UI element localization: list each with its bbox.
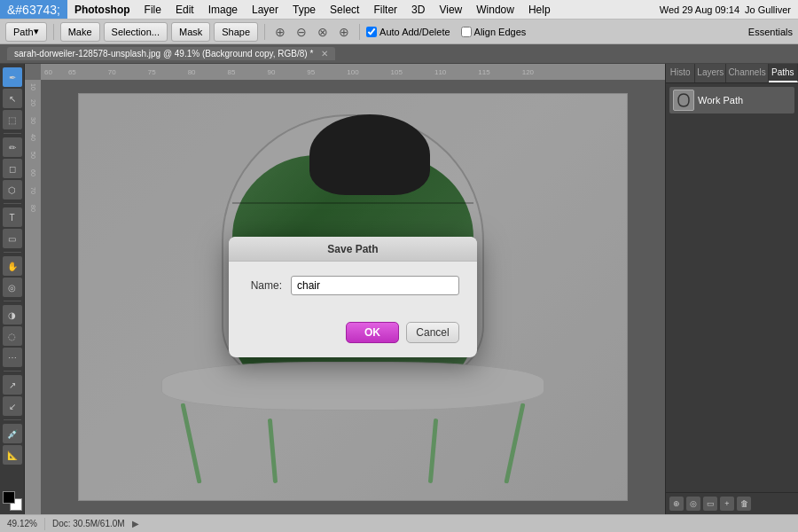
- toolbar-icon-1: ⊕: [271, 25, 289, 39]
- apple-menu[interactable]: &#63743;: [0, 0, 67, 19]
- toolbar-sep-3: [359, 24, 360, 40]
- type-menu[interactable]: Type: [286, 0, 323, 19]
- view-menu[interactable]: View: [432, 0, 469, 19]
- essentials-label[interactable]: Essentials: [748, 27, 793, 37]
- status-bar: 49.12% Doc: 30.5M/61.0M ▶: [0, 514, 798, 532]
- zoom-tool[interactable]: ◎: [3, 278, 22, 297]
- shape-button[interactable]: Shape: [214, 22, 258, 42]
- blur-tool[interactable]: ◌: [3, 326, 22, 346]
- tab-channels[interactable]: Channels: [726, 64, 768, 82]
- datetime: Wed 29 Aug 09:14: [660, 4, 739, 15]
- panel-icon-1[interactable]: ⊕: [669, 497, 684, 511]
- smudge-tool[interactable]: ⋯: [3, 348, 22, 367]
- canvas-area[interactable]: 60 65 70 75 80 85 90 95 100 105 110 115 …: [25, 64, 665, 514]
- tab-histogram[interactable]: Histo: [666, 64, 695, 82]
- dialog-buttons: OK Cancel: [229, 322, 477, 357]
- tab-close-icon[interactable]: ✕: [321, 49, 328, 59]
- shape-tool[interactable]: ▭: [3, 229, 22, 248]
- vertical-ruler: 10 20 30 40 50 60 70 80: [25, 80, 41, 514]
- name-input[interactable]: [291, 276, 459, 295]
- select-menu[interactable]: Select: [323, 0, 366, 19]
- panel-icon-5[interactable]: 🗑: [737, 497, 751, 511]
- make-button[interactable]: Make: [60, 22, 100, 42]
- work-path-item[interactable]: Work Path: [669, 87, 794, 113]
- pen-tool[interactable]: ✒: [3, 67, 22, 87]
- eraser-tool[interactable]: ◻: [3, 159, 22, 178]
- toolbar-icon-2: ⊖: [293, 25, 310, 39]
- type-tool[interactable]: T: [3, 207, 22, 227]
- filter-menu[interactable]: Filter: [366, 0, 404, 19]
- tab-layers[interactable]: Layers: [695, 64, 726, 82]
- canvas-content[interactable]: Save Path Name: OK Cancel: [78, 93, 628, 501]
- color-swatch-pair[interactable]: [3, 491, 22, 511]
- name-row: Name:: [246, 276, 459, 295]
- color-swatches: [0, 488, 26, 514]
- dialog-titlebar: Save Path: [229, 237, 477, 262]
- auto-add-delete-checkbox[interactable]: Auto Add/Delete: [366, 27, 450, 37]
- cancel-button[interactable]: Cancel: [406, 322, 459, 343]
- image-menu[interactable]: Image: [201, 0, 245, 19]
- tool-sep-2: [4, 203, 21, 204]
- zoom-level: 49.12%: [7, 519, 37, 528]
- status-sep-1: [44, 518, 45, 530]
- hand-tool[interactable]: ✋: [3, 256, 22, 276]
- dodge-tool[interactable]: ◑: [3, 305, 22, 325]
- document-tab[interactable]: sarah-dorweiler-128578-unsplash.jpg @ 49…: [7, 47, 335, 60]
- toolbar-sep-1: [53, 24, 54, 40]
- path-thumbnail: [673, 90, 694, 111]
- toolbar-icon-3: ⊗: [314, 25, 332, 39]
- right-panel: Histo Layers Channels Paths Work Path ⊕ …: [665, 64, 798, 514]
- direct-select-tool[interactable]: ↙: [3, 396, 22, 416]
- tool-sep-4: [4, 301, 21, 301]
- mask-button[interactable]: Mask: [171, 22, 210, 42]
- work-path-label: Work Path: [698, 95, 743, 106]
- selection-button[interactable]: Selection...: [104, 22, 168, 42]
- dialog-title: Save Path: [327, 243, 378, 255]
- panel-bottom-bar: ⊕ ◎ ▭ + 🗑: [666, 492, 798, 514]
- path-thumb-icon: [675, 91, 692, 109]
- dialog-body: Name:: [229, 262, 477, 322]
- selection-tool[interactable]: ↖: [3, 89, 22, 108]
- path-dropdown[interactable]: Path ▾: [5, 22, 47, 42]
- toolbox: ✒ ↖ ⬚ ✏ ◻ ⬡ T ▭ ✋ ◎ ◑ ◌ ⋯ ↗ ↙ 💉 📐: [0, 64, 25, 514]
- layer-menu[interactable]: Layer: [245, 0, 286, 19]
- edit-menu[interactable]: Edit: [168, 0, 201, 19]
- panel-icon-4[interactable]: +: [720, 497, 734, 511]
- username: Jo Gulliver: [745, 4, 791, 15]
- auto-add-delete-input[interactable]: [366, 27, 377, 37]
- app-name-menu[interactable]: Photoshop: [67, 0, 137, 19]
- tool-sep-6: [4, 419, 21, 420]
- doc-size: Doc: 30.5M/61.0M: [52, 519, 125, 528]
- toolbar: Path ▾ Make Selection... Mask Shape ⊕ ⊖ …: [0, 20, 798, 44]
- window-menu[interactable]: Window: [469, 0, 521, 19]
- panel-icon-3[interactable]: ▭: [703, 497, 717, 511]
- menu-bar: &#63743; Photoshop File Edit Image Layer…: [0, 0, 798, 20]
- file-menu[interactable]: File: [137, 0, 168, 19]
- save-path-dialog: Save Path Name: OK Cancel: [229, 237, 477, 357]
- horizontal-ruler: 60 65 70 75 80 85 90 95 100 105 110 115 …: [41, 64, 665, 80]
- fill-tool[interactable]: ⬡: [3, 180, 22, 200]
- 3d-menu[interactable]: 3D: [404, 0, 432, 19]
- panel-icon-2[interactable]: ◎: [686, 497, 700, 511]
- name-label: Name:: [246, 279, 282, 292]
- align-edges-input[interactable]: [461, 27, 472, 37]
- tool-sep-3: [4, 252, 21, 253]
- dialog-overlay: Save Path Name: OK Cancel: [79, 94, 627, 500]
- toolbar-sep-2: [264, 24, 265, 40]
- brush-tool[interactable]: ✏: [3, 137, 22, 157]
- status-arrow[interactable]: ▶: [132, 519, 139, 528]
- path-select-tool[interactable]: ↗: [3, 375, 22, 395]
- crop-tool[interactable]: ⬚: [3, 110, 22, 129]
- foreground-color-swatch[interactable]: [3, 491, 15, 504]
- tab-paths[interactable]: Paths: [769, 64, 798, 82]
- main-area: ✒ ↖ ⬚ ✏ ◻ ⬡ T ▭ ✋ ◎ ◑ ◌ ⋯ ↗ ↙ 💉 📐 60: [0, 64, 798, 514]
- eyedropper-tool[interactable]: 💉: [3, 424, 22, 443]
- ok-button[interactable]: OK: [346, 322, 399, 343]
- menu-right: Wed 29 Aug 09:14 Jo Gulliver: [660, 4, 798, 15]
- tool-sep-5: [4, 371, 21, 372]
- ruler-tool[interactable]: 📐: [3, 445, 22, 465]
- align-edges-checkbox[interactable]: Align Edges: [461, 27, 527, 37]
- help-menu[interactable]: Help: [521, 0, 558, 19]
- paths-panel: Work Path: [666, 83, 798, 117]
- tool-sep-1: [4, 133, 21, 134]
